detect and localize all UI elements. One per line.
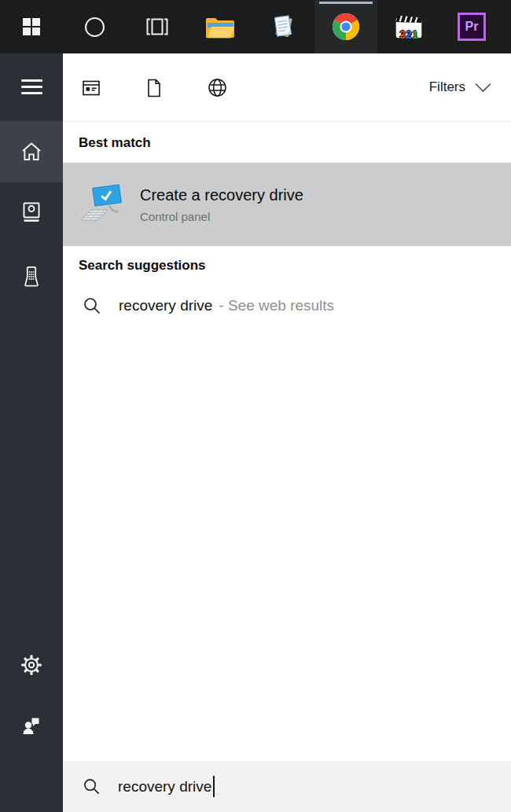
documents-filter-icon	[145, 78, 163, 98]
empty-results-area	[63, 329, 511, 761]
sidebar-item-home[interactable]	[0, 121, 63, 182]
file-explorer-button[interactable]	[189, 0, 252, 53]
chrome-icon	[332, 13, 360, 41]
start-button[interactable]	[0, 0, 63, 53]
result-subtitle: Control panel	[140, 210, 303, 223]
web-filter-icon	[207, 77, 228, 98]
premiere-pro-button[interactable]: Pr	[440, 0, 503, 53]
devices-icon	[22, 265, 41, 288]
best-match-header: Best match	[63, 122, 511, 163]
search-suggestions-header: Search suggestions	[63, 246, 511, 274]
sidebar-item-devices[interactable]	[0, 246, 63, 307]
search-results-panel: Filters Best match	[63, 53, 511, 812]
task-view-icon	[145, 17, 169, 37]
best-match-result[interactable]: Create a recovery drive Control panel	[63, 163, 511, 246]
result-title: Create a recovery drive	[140, 186, 303, 204]
feedback-icon	[21, 715, 42, 736]
home-icon	[20, 141, 42, 162]
search-icon	[83, 777, 101, 795]
notepad-icon	[269, 13, 297, 41]
hamburger-icon	[21, 79, 42, 94]
suggestion-query: recovery drive	[119, 297, 212, 314]
file-explorer-icon	[204, 14, 236, 39]
search-input[interactable]: recovery drive	[63, 761, 511, 812]
filters-dropdown[interactable]: Filters	[429, 79, 511, 95]
gear-icon	[20, 654, 42, 676]
chevron-down-icon	[474, 83, 492, 93]
apps-filter-icon	[81, 79, 101, 97]
sidebar-item-settings[interactable]	[0, 634, 63, 696]
search-suggestion-icon	[83, 296, 101, 315]
task-view-button[interactable]	[126, 0, 189, 53]
cortana-sidebar	[0, 53, 63, 812]
recovery-drive-icon	[79, 184, 126, 225]
search-suggestion-item[interactable]: recovery drive - See web results	[63, 283, 511, 329]
media-player-classic-button[interactable]: 321	[377, 0, 440, 53]
filter-bar: Filters	[63, 53, 511, 122]
notebook-icon	[21, 201, 42, 223]
cortana-circle-icon	[85, 17, 105, 37]
menu-button[interactable]	[0, 56, 63, 117]
filter-documents-button[interactable]	[142, 53, 167, 122]
windows-search-screen: 321 Pr	[0, 0, 511, 812]
text-cursor	[213, 776, 215, 797]
sidebar-item-notebook[interactable]	[0, 182, 63, 243]
notepad-button[interactable]	[252, 0, 314, 53]
cortana-button[interactable]	[63, 0, 126, 53]
taskbar: 321 Pr	[0, 0, 511, 53]
chrome-button[interactable]	[314, 0, 377, 53]
filter-apps-button[interactable]	[79, 53, 104, 122]
sidebar-item-feedback[interactable]	[0, 695, 63, 756]
suggestion-hint: - See web results	[219, 297, 334, 314]
filter-web-button[interactable]	[204, 53, 230, 122]
search-input-value: recovery drive	[118, 778, 211, 795]
windows-logo-icon	[23, 18, 40, 35]
search-flyout: Filters Best match	[0, 53, 511, 812]
media-player-classic-icon: 321	[393, 12, 425, 42]
filters-label: Filters	[429, 79, 465, 95]
premiere-pro-icon: Pr	[458, 13, 486, 41]
